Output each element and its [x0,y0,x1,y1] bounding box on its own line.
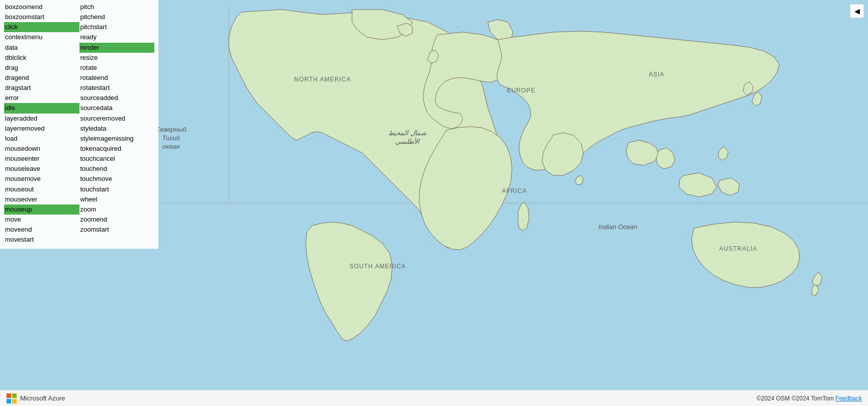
microsoft-azure-logo: Microsoft Azure [6,393,65,404]
event-item[interactable]: dblclick [4,53,79,63]
event-item[interactable]: sourceremoved [79,114,155,124]
event-item[interactable]: mouseout [4,184,79,194]
pacific-ocean-label-3: океан [162,143,180,150]
event-item[interactable]: layerremoved [4,124,79,134]
feedback-link[interactable]: Feedback [835,395,862,402]
microsoft-flag-icon [6,393,17,404]
svg-rect-4 [12,393,17,398]
africa-label: AFRICA [502,187,527,194]
event-item[interactable]: touchcancel [79,154,155,164]
event-item[interactable]: tokenacquired [79,144,155,154]
event-item[interactable]: load [4,134,79,144]
event-item[interactable]: rotateend [79,73,155,83]
australia-label: AUSTRALIA [719,245,757,252]
event-item[interactable]: mouseleave [4,164,79,174]
collapse-button[interactable]: ◀ [850,4,864,18]
event-item[interactable]: idle [4,103,79,113]
south-america-label: SOUTH AMERICA [350,263,406,270]
event-item[interactable]: zoomend [79,215,155,225]
osm-tomtom-credit: ©2024 OSM ©2024 TomTom [756,395,834,402]
north-atlantic-label: شمال المحيط [388,129,426,137]
svg-rect-5 [7,399,11,403]
event-item[interactable]: mouseup [4,205,79,215]
company-name: Microsoft Azure [20,394,65,402]
event-item[interactable]: move [4,215,79,225]
event-col-1: boxzoomendboxzoomstartclickcontextmenuda… [4,2,79,245]
event-item[interactable]: click [4,22,79,32]
event-item[interactable]: data [4,43,79,53]
event-item[interactable]: error [4,93,79,103]
event-item[interactable]: boxzoomstart [4,12,79,22]
event-item[interactable]: rotate [79,63,155,73]
event-item[interactable]: drag [4,63,79,73]
event-item[interactable]: pitchstart [79,22,155,32]
svg-rect-6 [12,399,17,403]
event-item[interactable]: ready [79,32,155,42]
event-item[interactable]: moveend [4,225,79,235]
pacific-ocean-label: Северный [155,126,187,133]
event-item[interactable]: zoomstart [79,225,155,235]
event-item[interactable]: styleimagemissing [79,134,155,144]
event-panel: boxzoomendboxzoomstartclickcontextmenuda… [0,0,158,249]
indian-ocean-label: Indian Ocean [598,223,637,231]
map-attribution: ©2024 OSM ©2024 TomTom Feedback [756,395,862,402]
north-atlantic-label-2: الأطلسي [395,137,420,146]
event-item[interactable]: sourceadded [79,93,155,103]
pacific-ocean-label-2: Тихий [162,134,180,142]
event-item[interactable]: mouseenter [4,154,79,164]
collapse-icon: ◀ [854,7,860,15]
event-columns: boxzoomendboxzoomstartclickcontextmenuda… [4,2,154,245]
bottom-bar: Microsoft Azure ©2024 OSM ©2024 TomTom F… [0,390,868,406]
event-item[interactable]: pitchend [79,12,155,22]
event-item[interactable]: touchend [79,164,155,174]
event-item[interactable]: rotatestart [79,83,155,93]
event-item[interactable]: resize [79,53,155,63]
event-item[interactable]: mousemove [4,174,79,184]
event-item[interactable]: touchmove [79,174,155,184]
asia-label: ASIA [649,71,664,78]
event-item[interactable]: zoom [79,205,155,215]
north-america-label: NORTH AMERICA [294,76,351,83]
event-item[interactable]: mouseover [4,194,79,205]
event-item[interactable]: dragstart [4,83,79,93]
event-item[interactable]: touchstart [79,184,155,194]
event-item[interactable]: dragend [4,73,79,83]
event-item[interactable]: styledata [79,124,155,134]
event-col-2: pitchpitchendpitchstartreadyrenderresize… [79,2,155,245]
event-item[interactable]: mousedown [4,144,79,154]
svg-rect-3 [7,393,11,398]
event-item[interactable]: wheel [79,194,155,205]
event-item[interactable]: movestart [4,235,79,245]
event-item[interactable]: boxzoomend [4,2,79,12]
event-item[interactable]: render [79,43,155,53]
europe-label: EUROPE [507,87,536,94]
event-item[interactable]: layeradded [4,114,79,124]
event-item[interactable]: contextmenu [4,32,79,42]
event-item[interactable]: sourcedata [79,103,155,113]
event-item[interactable]: pitch [79,2,155,12]
